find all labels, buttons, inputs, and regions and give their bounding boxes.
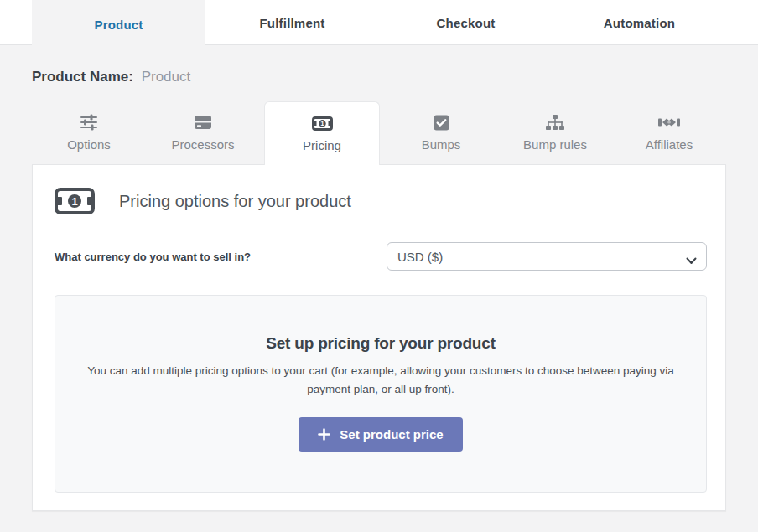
set-product-price-label: Set product price	[340, 427, 443, 442]
product-name-heading: Product Name: Product	[32, 69, 190, 85]
product-name-label: Product Name:	[32, 69, 133, 85]
subtab-bumps[interactable]: Bumps	[384, 101, 498, 164]
tab-automation[interactable]: Automation	[553, 0, 726, 45]
subtab-affiliates[interactable]: Affiliates	[612, 101, 726, 164]
currency-select-wrap: USD ($)	[387, 242, 707, 271]
subtab-bump-rules[interactable]: Bump rules	[498, 101, 612, 164]
pricing-setup-box: Set up pricing for your product You can …	[55, 295, 707, 493]
set-product-price-button[interactable]: Set product price	[299, 417, 462, 452]
tab-product[interactable]: Product	[32, 0, 205, 49]
currency-row: What currency do you want to sell in? US…	[33, 242, 725, 271]
tab-fulfillment[interactable]: Fulfillment	[205, 0, 379, 45]
subtab-bump-rules-label: Bump rules	[523, 138, 587, 151]
subtab-options-label: Options	[67, 138, 111, 151]
svg-text:1: 1	[71, 195, 77, 208]
subtab-pricing-label: Pricing	[303, 139, 341, 152]
money-bill-icon: 1	[312, 115, 333, 132]
currency-select[interactable]: USD ($)	[387, 242, 707, 271]
money-bill-icon: 1	[55, 188, 95, 214]
subtab-processors-label: Processors	[171, 138, 234, 151]
tab-checkout[interactable]: Checkout	[379, 0, 553, 45]
sliders-icon	[80, 114, 98, 131]
subtab-options[interactable]: Options	[32, 101, 146, 164]
subtab-pricing[interactable]: 1 Pricing	[264, 101, 380, 165]
product-subtabs: Options Processors 1 Pricing	[32, 101, 726, 164]
check-square-icon	[434, 114, 449, 131]
subtab-affiliates-label: Affiliates	[646, 138, 693, 151]
sitemap-icon	[546, 114, 564, 131]
plus-icon	[318, 428, 330, 441]
product-name-value: Product	[142, 69, 191, 85]
subtab-processors[interactable]: Processors	[146, 101, 260, 164]
subtab-bumps-label: Bumps	[422, 138, 461, 151]
panel-heading: 1 Pricing options for your product	[33, 165, 725, 214]
credit-card-icon	[194, 114, 212, 131]
svg-text:1: 1	[320, 120, 324, 127]
setup-title: Set up pricing for your product	[55, 334, 706, 353]
top-tab-bar: Product Fulfillment Checkout Automation	[0, 0, 758, 45]
pricing-panel: 1 Pricing options for your product What …	[32, 164, 726, 511]
panel-title: Pricing options for your product	[119, 192, 351, 211]
currency-question-label: What currency do you want to sell in?	[55, 251, 251, 263]
setup-description: You can add multiple pricing options to …	[70, 362, 691, 399]
top-tabs: Product Fulfillment Checkout Automation	[32, 0, 726, 49]
handshake-icon	[658, 114, 680, 131]
